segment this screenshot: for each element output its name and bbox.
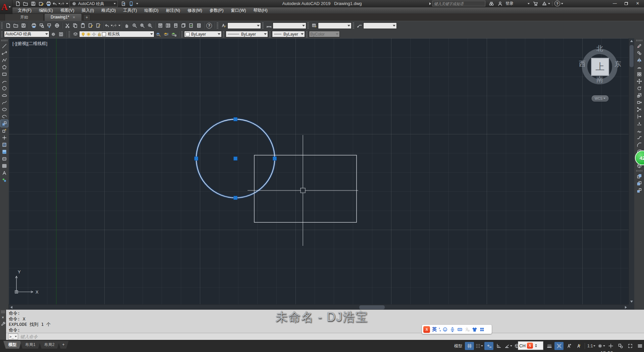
redo-button-std[interactable] (112, 22, 120, 29)
ellipse-arc-button[interactable] (1, 113, 8, 120)
scroll-up-button[interactable] (629, 38, 634, 44)
undo-button[interactable] (53, 0, 60, 7)
compass-north[interactable]: 北 (595, 44, 605, 53)
table-style-combo[interactable] (318, 23, 352, 29)
arc-button[interactable] (1, 78, 8, 85)
lineweight-combo[interactable]: ByLayer (272, 31, 305, 37)
mirror-button[interactable] (636, 56, 643, 63)
menu-parametric[interactable]: 参数(P) (206, 7, 227, 13)
3ddwf-button[interactable] (53, 22, 61, 29)
polygon-button[interactable] (1, 63, 8, 71)
text-style-button[interactable] (220, 22, 227, 29)
skin-icon[interactable] (472, 327, 477, 332)
copy-button[interactable] (636, 49, 643, 56)
draw-order-above-button[interactable] (636, 187, 643, 194)
toolbox-grid-icon[interactable] (479, 327, 485, 332)
layer-properties-button[interactable] (71, 31, 79, 38)
help-caret-icon[interactable] (561, 3, 563, 4)
menu-format[interactable]: 格式(O) (98, 7, 119, 13)
break-button[interactable] (636, 127, 643, 134)
region-button[interactable] (1, 155, 8, 162)
model-space-button[interactable]: 模型 (452, 343, 464, 349)
new-button[interactable] (14, 0, 21, 7)
drawing-canvas[interactable]: [-][俯视][二维线框] (9, 38, 629, 304)
insert-block-button[interactable] (1, 120, 8, 127)
copy-clip-button[interactable] (71, 22, 79, 29)
my-workspace-button[interactable] (57, 31, 65, 38)
app-menu-button[interactable]: A (0, 0, 12, 14)
block-editor-button[interactable] (94, 22, 102, 29)
publish-button[interactable] (45, 22, 53, 29)
trim-button[interactable] (636, 106, 643, 113)
workspace-settings-button[interactable] (49, 31, 57, 38)
dim-style-button[interactable] (265, 22, 273, 29)
layer-thaw-sun-icon[interactable] (86, 32, 91, 37)
mleader-style-combo[interactable] (363, 23, 397, 29)
layer-unlock-icon[interactable] (97, 32, 102, 37)
menu-draw[interactable]: 绘图(D) (141, 7, 162, 13)
linetype-combo[interactable]: ByLayer (226, 31, 268, 37)
menu-view[interactable]: 视图(V) (57, 7, 78, 13)
horizontal-scrollbar[interactable] (9, 304, 629, 310)
compass-west[interactable]: 西 (577, 59, 587, 69)
command-input[interactable] (19, 334, 644, 340)
clean-screen-button[interactable] (626, 342, 635, 350)
circle-button[interactable] (1, 85, 8, 92)
open-button-std[interactable] (12, 22, 19, 29)
gear-caret-icon[interactable] (603, 345, 605, 347)
help-button-std[interactable]: ? (205, 22, 213, 29)
properties-palette-button[interactable] (156, 22, 164, 29)
close-command-icon[interactable]: ✕ (2, 315, 4, 319)
toolbar-grip[interactable] (307, 23, 309, 29)
qat-overflow-caret-icon[interactable] (136, 3, 138, 4)
toolbar-grip[interactable] (68, 31, 70, 37)
workspace-combo[interactable]: AutoCAD 经典 (4, 31, 49, 37)
language-bar[interactable]: CH S (518, 341, 543, 350)
open-button[interactable] (22, 0, 29, 7)
layer-vp-freeze-icon[interactable] (91, 32, 97, 37)
menu-tools[interactable]: 工具(T) (119, 7, 141, 13)
sogou-logo-icon[interactable]: S (423, 326, 430, 333)
toolbar-grip[interactable] (223, 31, 224, 37)
tab-start[interactable]: 开始 (5, 13, 44, 21)
undo-button-std[interactable] (105, 22, 112, 29)
make-block-button[interactable] (1, 127, 8, 134)
draw-order-front-button[interactable] (636, 173, 643, 180)
ime-punctuation-button[interactable]: ’, (439, 327, 440, 332)
object-snap-toggle[interactable] (554, 342, 564, 350)
save-as-button[interactable] (37, 0, 44, 7)
quickcalc-button[interactable] (195, 22, 203, 29)
rectangle-button[interactable] (1, 71, 8, 78)
offset-button[interactable] (636, 63, 643, 71)
a360-icon[interactable] (542, 1, 547, 6)
dim-style-combo[interactable] (273, 23, 306, 29)
infocenter-expand-icon[interactable] (429, 2, 431, 5)
toolbar-grip[interactable] (181, 31, 183, 37)
redo-button[interactable] (60, 0, 67, 7)
store-cart-icon[interactable] (533, 1, 538, 6)
help-button[interactable]: ? (554, 1, 560, 6)
menu-dimension[interactable]: 标注(N) (162, 7, 184, 13)
minimize-button[interactable]: — (609, 0, 621, 7)
compass-south[interactable]: 南 (595, 75, 605, 84)
extra-draw-tool-button[interactable] (1, 176, 8, 183)
line-button[interactable] (1, 42, 8, 49)
menu-modify[interactable]: 修改(M) (184, 7, 206, 13)
workspace-switcher[interactable]: AutoCAD 经典 (69, 1, 118, 7)
plot-button-std[interactable] (30, 22, 38, 29)
draw-order-back-button[interactable] (636, 180, 643, 187)
hatch-button[interactable] (1, 141, 8, 148)
vertical-scrollbar[interactable] (629, 38, 634, 304)
polar-tracking-toggle[interactable] (504, 342, 513, 350)
object-color-combo[interactable]: ByLayer (184, 31, 222, 37)
menu-edit[interactable]: 编辑(E) (35, 7, 57, 13)
user-icon[interactable] (497, 1, 503, 6)
polyline-button[interactable] (1, 56, 8, 63)
scroll-right-button[interactable] (623, 305, 629, 310)
make-layer-current-button[interactable] (154, 31, 162, 38)
rotate-button[interactable] (636, 85, 643, 92)
ellipse-button[interactable] (1, 106, 8, 113)
layer-on-bulb-icon[interactable] (80, 32, 86, 37)
toolbar-grip[interactable] (636, 170, 642, 172)
sheet-set-button[interactable] (179, 22, 187, 29)
